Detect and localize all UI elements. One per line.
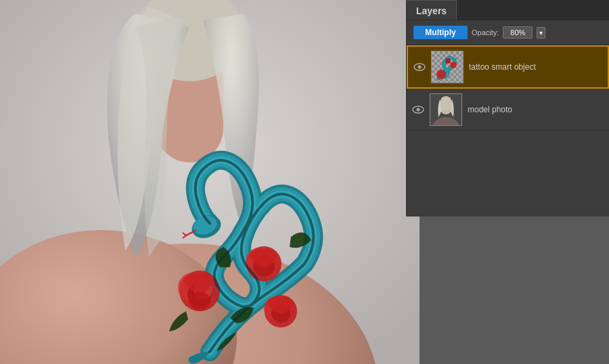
layers-toolbar: Multiply Opacity: 80% ▾ [407, 20, 609, 45]
opacity-value[interactable]: 80% [503, 26, 533, 39]
layer-name-model: model photo [468, 105, 604, 114]
visibility-toggle-model[interactable] [412, 104, 424, 116]
layers-panel: Layers Multiply Opacity: 80% ▾ [406, 0, 609, 217]
opacity-dropdown-icon[interactable]: ▾ [537, 27, 545, 39]
layers-title: Layers [416, 5, 447, 16]
eye-icon-tattoo [413, 63, 426, 71]
svg-point-22 [450, 62, 457, 68]
svg-point-25 [417, 108, 420, 111]
layer-thumbnail-tattoo [431, 51, 464, 83]
svg-rect-20 [432, 51, 463, 83]
eye-icon-model [412, 106, 424, 114]
opacity-label: Opacity: [472, 28, 499, 37]
layer-name-tattoo: tattoo smart object [469, 62, 602, 72]
svg-point-19 [418, 66, 422, 69]
layers-tab[interactable]: Layers [407, 0, 457, 20]
layers-list: tattoo smart object [407, 45, 609, 217]
panel-tab-area: Layers [407, 0, 609, 20]
blend-mode-button[interactable]: Multiply [413, 26, 468, 39]
layer-item-tattoo[interactable]: tattoo smart object [407, 45, 609, 89]
svg-point-21 [436, 70, 446, 79]
layer-item-model[interactable]: model photo [407, 89, 609, 131]
layer-thumbnail-model [430, 93, 462, 126]
tattoo-thumb-art [432, 51, 463, 83]
svg-point-23 [445, 58, 451, 64]
model-illustration [0, 0, 420, 364]
visibility-toggle-tattoo[interactable] [413, 61, 426, 73]
model-thumb-art [430, 94, 461, 125]
